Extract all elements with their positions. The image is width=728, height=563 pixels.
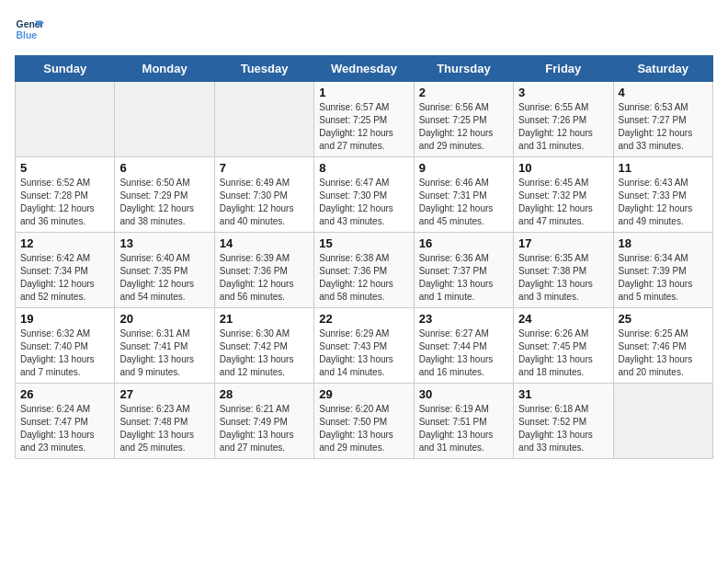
day-number: 17 bbox=[518, 236, 608, 250]
day-number: 15 bbox=[319, 236, 408, 250]
day-number: 6 bbox=[119, 161, 209, 175]
day-number: 30 bbox=[419, 387, 508, 401]
calendar-cell: 17Sunrise: 6:35 AM Sunset: 7:38 PM Dayli… bbox=[514, 233, 613, 308]
day-number: 29 bbox=[319, 387, 408, 401]
calendar-cell: 25Sunrise: 6:25 AM Sunset: 7:46 PM Dayli… bbox=[613, 308, 712, 384]
day-info: Sunrise: 6:30 AM Sunset: 7:42 PM Dayligh… bbox=[220, 327, 309, 379]
calendar-cell: 4Sunrise: 6:53 AM Sunset: 7:27 PM Daylig… bbox=[613, 82, 712, 157]
calendar-cell: 3Sunrise: 6:55 AM Sunset: 7:26 PM Daylig… bbox=[514, 82, 613, 157]
day-info: Sunrise: 6:31 AM Sunset: 7:41 PM Dayligh… bbox=[119, 327, 209, 379]
calendar-cell: 23Sunrise: 6:27 AM Sunset: 7:44 PM Dayli… bbox=[414, 308, 513, 384]
calendar-cell: 21Sunrise: 6:30 AM Sunset: 7:42 PM Dayli… bbox=[214, 308, 313, 384]
day-info: Sunrise: 6:19 AM Sunset: 7:51 PM Dayligh… bbox=[419, 403, 508, 454]
calendar-table: SundayMondayTuesdayWednesdayThursdayFrid… bbox=[15, 55, 713, 459]
day-info: Sunrise: 6:40 AM Sunset: 7:35 PM Dayligh… bbox=[119, 252, 209, 304]
day-number: 9 bbox=[419, 161, 508, 175]
day-header-wednesday: Wednesday bbox=[314, 56, 414, 82]
day-info: Sunrise: 6:53 AM Sunset: 7:27 PM Dayligh… bbox=[619, 101, 708, 153]
day-number: 27 bbox=[119, 387, 209, 401]
day-header-saturday: Saturday bbox=[613, 56, 712, 82]
calendar-cell: 19Sunrise: 6:32 AM Sunset: 7:40 PM Dayli… bbox=[16, 308, 115, 384]
day-info: Sunrise: 6:57 AM Sunset: 7:25 PM Dayligh… bbox=[319, 101, 408, 153]
calendar-cell: 8Sunrise: 6:47 AM Sunset: 7:30 PM Daylig… bbox=[314, 157, 414, 233]
day-header-monday: Monday bbox=[115, 56, 214, 82]
day-number: 23 bbox=[419, 312, 508, 326]
day-info: Sunrise: 6:24 AM Sunset: 7:47 PM Dayligh… bbox=[20, 403, 109, 454]
calendar-cell: 26Sunrise: 6:24 AM Sunset: 7:47 PM Dayli… bbox=[16, 384, 115, 459]
day-header-thursday: Thursday bbox=[414, 56, 513, 82]
day-header-sunday: Sunday bbox=[16, 56, 115, 82]
day-info: Sunrise: 6:38 AM Sunset: 7:36 PM Dayligh… bbox=[319, 252, 408, 304]
day-number: 7 bbox=[220, 161, 309, 175]
day-info: Sunrise: 6:45 AM Sunset: 7:32 PM Dayligh… bbox=[518, 177, 608, 228]
day-number: 3 bbox=[518, 86, 608, 99]
day-number: 25 bbox=[619, 312, 708, 326]
day-header-tuesday: Tuesday bbox=[214, 56, 313, 82]
calendar-cell: 7Sunrise: 6:49 AM Sunset: 7:30 PM Daylig… bbox=[214, 157, 313, 233]
day-number: 18 bbox=[619, 236, 708, 250]
day-info: Sunrise: 6:50 AM Sunset: 7:29 PM Dayligh… bbox=[119, 177, 209, 228]
day-number: 12 bbox=[20, 236, 109, 250]
day-info: Sunrise: 6:56 AM Sunset: 7:25 PM Dayligh… bbox=[419, 101, 508, 153]
calendar-cell: 30Sunrise: 6:19 AM Sunset: 7:51 PM Dayli… bbox=[414, 384, 513, 459]
day-number: 19 bbox=[20, 312, 109, 326]
day-info: Sunrise: 6:52 AM Sunset: 7:28 PM Dayligh… bbox=[20, 177, 109, 228]
day-info: Sunrise: 6:32 AM Sunset: 7:40 PM Dayligh… bbox=[20, 327, 109, 379]
day-info: Sunrise: 6:43 AM Sunset: 7:33 PM Dayligh… bbox=[619, 177, 708, 228]
calendar-cell: 29Sunrise: 6:20 AM Sunset: 7:50 PM Dayli… bbox=[314, 384, 414, 459]
calendar-week-5: 26Sunrise: 6:24 AM Sunset: 7:47 PM Dayli… bbox=[16, 384, 713, 459]
calendar-week-2: 5Sunrise: 6:52 AM Sunset: 7:28 PM Daylig… bbox=[16, 157, 713, 233]
day-info: Sunrise: 6:21 AM Sunset: 7:49 PM Dayligh… bbox=[220, 403, 309, 454]
calendar-cell bbox=[16, 82, 115, 157]
day-info: Sunrise: 6:20 AM Sunset: 7:50 PM Dayligh… bbox=[319, 403, 408, 454]
day-info: Sunrise: 6:35 AM Sunset: 7:38 PM Dayligh… bbox=[518, 252, 608, 304]
calendar-cell: 27Sunrise: 6:23 AM Sunset: 7:48 PM Dayli… bbox=[115, 384, 214, 459]
day-info: Sunrise: 6:23 AM Sunset: 7:48 PM Dayligh… bbox=[119, 403, 209, 454]
calendar-cell: 31Sunrise: 6:18 AM Sunset: 7:52 PM Dayli… bbox=[514, 384, 613, 459]
calendar-cell: 14Sunrise: 6:39 AM Sunset: 7:36 PM Dayli… bbox=[214, 233, 313, 308]
day-number: 21 bbox=[220, 312, 309, 326]
logo-icon: General Blue bbox=[15, 15, 44, 44]
calendar-cell: 9Sunrise: 6:46 AM Sunset: 7:31 PM Daylig… bbox=[414, 157, 513, 233]
day-info: Sunrise: 6:18 AM Sunset: 7:52 PM Dayligh… bbox=[518, 403, 608, 454]
day-info: Sunrise: 6:27 AM Sunset: 7:44 PM Dayligh… bbox=[419, 327, 508, 379]
calendar-cell: 24Sunrise: 6:26 AM Sunset: 7:45 PM Dayli… bbox=[514, 308, 613, 384]
day-header-friday: Friday bbox=[514, 56, 613, 82]
day-info: Sunrise: 6:49 AM Sunset: 7:30 PM Dayligh… bbox=[220, 177, 309, 228]
logo: General Blue bbox=[15, 15, 44, 44]
calendar-week-1: 1Sunrise: 6:57 AM Sunset: 7:25 PM Daylig… bbox=[16, 82, 713, 157]
day-number: 5 bbox=[20, 161, 109, 175]
calendar-cell: 13Sunrise: 6:40 AM Sunset: 7:35 PM Dayli… bbox=[115, 233, 214, 308]
calendar-cell: 20Sunrise: 6:31 AM Sunset: 7:41 PM Dayli… bbox=[115, 308, 214, 384]
calendar-cell: 22Sunrise: 6:29 AM Sunset: 7:43 PM Dayli… bbox=[314, 308, 414, 384]
day-info: Sunrise: 6:26 AM Sunset: 7:45 PM Dayligh… bbox=[518, 327, 608, 379]
calendar-cell: 6Sunrise: 6:50 AM Sunset: 7:29 PM Daylig… bbox=[115, 157, 214, 233]
calendar-week-4: 19Sunrise: 6:32 AM Sunset: 7:40 PM Dayli… bbox=[16, 308, 713, 384]
calendar-cell: 16Sunrise: 6:36 AM Sunset: 7:37 PM Dayli… bbox=[414, 233, 513, 308]
calendar-cell: 10Sunrise: 6:45 AM Sunset: 7:32 PM Dayli… bbox=[514, 157, 613, 233]
day-info: Sunrise: 6:25 AM Sunset: 7:46 PM Dayligh… bbox=[619, 327, 708, 379]
day-number: 2 bbox=[419, 86, 508, 99]
calendar-cell: 12Sunrise: 6:42 AM Sunset: 7:34 PM Dayli… bbox=[16, 233, 115, 308]
day-info: Sunrise: 6:55 AM Sunset: 7:26 PM Dayligh… bbox=[518, 101, 608, 153]
calendar-cell bbox=[115, 82, 214, 157]
day-info: Sunrise: 6:46 AM Sunset: 7:31 PM Dayligh… bbox=[419, 177, 508, 228]
calendar-cell bbox=[613, 384, 712, 459]
calendar-cell: 11Sunrise: 6:43 AM Sunset: 7:33 PM Dayli… bbox=[613, 157, 712, 233]
calendar-cell: 5Sunrise: 6:52 AM Sunset: 7:28 PM Daylig… bbox=[16, 157, 115, 233]
day-info: Sunrise: 6:34 AM Sunset: 7:39 PM Dayligh… bbox=[619, 252, 708, 304]
calendar-header: SundayMondayTuesdayWednesdayThursdayFrid… bbox=[16, 56, 713, 82]
page-header: General Blue bbox=[15, 15, 713, 44]
day-number: 28 bbox=[220, 387, 309, 401]
day-number: 31 bbox=[518, 387, 608, 401]
calendar-cell: 15Sunrise: 6:38 AM Sunset: 7:36 PM Dayli… bbox=[314, 233, 414, 308]
day-number: 13 bbox=[119, 236, 209, 250]
day-info: Sunrise: 6:47 AM Sunset: 7:30 PM Dayligh… bbox=[319, 177, 408, 228]
day-number: 8 bbox=[319, 161, 408, 175]
calendar-cell: 18Sunrise: 6:34 AM Sunset: 7:39 PM Dayli… bbox=[613, 233, 712, 308]
calendar-cell: 1Sunrise: 6:57 AM Sunset: 7:25 PM Daylig… bbox=[314, 82, 414, 157]
day-number: 16 bbox=[419, 236, 508, 250]
day-number: 1 bbox=[319, 86, 408, 99]
svg-text:Blue: Blue bbox=[17, 30, 38, 40]
calendar-cell: 2Sunrise: 6:56 AM Sunset: 7:25 PM Daylig… bbox=[414, 82, 513, 157]
